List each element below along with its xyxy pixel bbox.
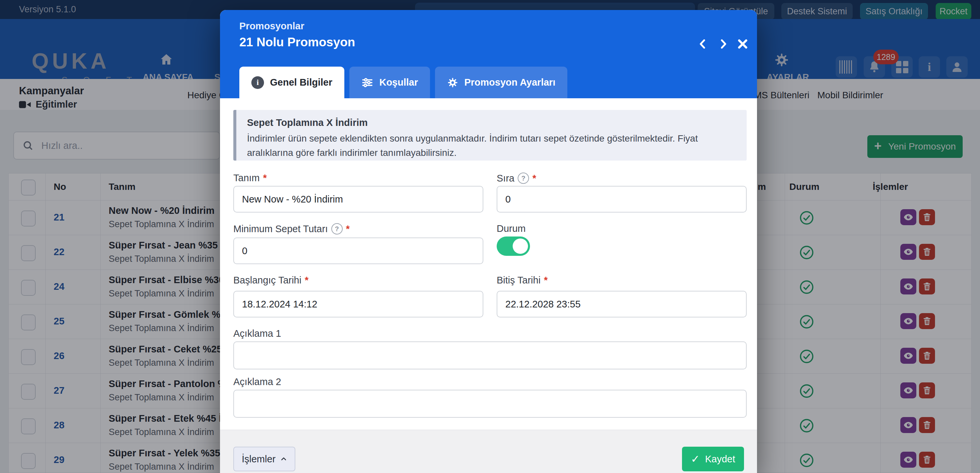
field-label-bitis: Bitiş Tarihi* <box>497 275 548 286</box>
modal-footer: İşlemler ✓ Kaydet <box>220 430 757 473</box>
required-asterisk: * <box>346 224 350 235</box>
status-toggle[interactable] <box>497 236 530 256</box>
help-icon[interactable]: ? <box>518 173 529 184</box>
tanim-input[interactable] <box>233 186 483 213</box>
chevron-right-icon <box>718 38 729 50</box>
modal-header: Promosyonlar 21 Nolu Promosyon i Genel B… <box>220 10 757 98</box>
required-asterisk: * <box>532 173 536 184</box>
required-asterisk: * <box>544 275 548 286</box>
close-modal-button[interactable] <box>735 36 751 52</box>
tab-genel-bilgiler[interactable]: i Genel Bilgiler <box>239 67 344 98</box>
sliders-icon <box>361 76 373 89</box>
toggle-knob <box>513 238 528 254</box>
required-asterisk: * <box>263 173 267 184</box>
promotion-modal: Promosyonlar 21 Nolu Promosyon i Genel B… <box>220 10 757 473</box>
close-icon <box>737 38 749 50</box>
modal-subtitle: 21 Nolu Promosyon <box>239 35 355 49</box>
check-icon: ✓ <box>690 453 700 465</box>
field-label-min-sepet: Minimum Sepet Tutarı?* <box>233 223 350 235</box>
field-label-aciklama1: Açıklama 1 <box>233 328 281 339</box>
field-label-baslangic: Başlangıç Tarihi* <box>233 275 309 286</box>
islemler-button[interactable]: İşlemler <box>233 447 295 471</box>
help-icon[interactable]: ? <box>331 223 343 235</box>
field-label-tanim: Tanım* <box>233 173 267 184</box>
bitis-tarihi-input[interactable] <box>497 291 747 317</box>
field-label-aciklama2: Açıklama 2 <box>233 376 281 387</box>
sira-input[interactable] <box>497 186 747 213</box>
tab-promosyon-ayarlari[interactable]: Promosyon Ayarları <box>435 67 567 98</box>
modal-title: Promosyonlar <box>239 21 304 32</box>
aciklama1-input[interactable] <box>233 341 747 370</box>
baslangic-tarihi-input[interactable] <box>233 291 483 317</box>
aciklama2-input[interactable] <box>233 390 747 418</box>
info-box-title: Sepet Toplamına X İndirim <box>247 117 368 128</box>
tab-kosullar[interactable]: Koşullar <box>349 67 430 98</box>
promotion-info-box: Sepet Toplamına X İndirim İndirimler ürü… <box>233 110 747 160</box>
modal-tabs: i Genel Bilgiler Koşullar Promosyon Ayar… <box>239 67 567 98</box>
field-label-durum: Durum <box>497 223 526 234</box>
field-label-sira: Sıra?* <box>497 173 536 184</box>
gear-icon <box>447 77 458 88</box>
kaydet-button[interactable]: ✓ Kaydet <box>682 447 744 471</box>
promotions-admin-page: Versiyon 5.1.0 Siteyi Görüntüle Destek S… <box>0 0 980 473</box>
required-asterisk: * <box>305 275 308 286</box>
next-promotion-button[interactable] <box>715 36 731 52</box>
chevron-up-icon <box>280 456 287 462</box>
info-circle-icon: i <box>251 76 264 89</box>
prev-promotion-button[interactable] <box>695 36 711 52</box>
chevron-left-icon <box>697 38 709 50</box>
min-sepet-input[interactable] <box>233 238 483 264</box>
info-box-body: İndirimler ürün sepete eklendikten sonra… <box>247 131 737 160</box>
